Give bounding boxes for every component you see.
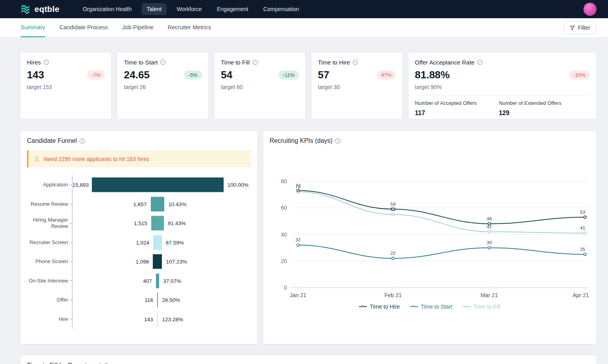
legend-item-time-to-hire[interactable]: Time to Hire — [359, 303, 400, 310]
data-point-time-to-hire[interactable] — [584, 216, 586, 218]
data-point-time-to-fill[interactable] — [584, 232, 586, 234]
accepted-offers-label: Number of Accepted Offers — [415, 100, 499, 106]
nav-item-engagement[interactable]: Engagement — [212, 3, 253, 15]
chart-legend: Time to HireTime to StartTime to Fill — [263, 303, 596, 310]
point-label: 48 — [487, 216, 492, 221]
funnel-value-label: 1,098 — [72, 259, 149, 265]
legend-label: Time to Start — [421, 303, 452, 310]
y-tick-label: 0 — [284, 284, 287, 291]
kpi-title-text: Time to Start — [124, 59, 158, 66]
kpi-card-time-to-start: Time to Start24.65-5%target 26 — [117, 52, 209, 119]
funnel-category-label: Hire — [27, 316, 68, 322]
funnel-bar[interactable] — [156, 273, 160, 288]
avatar[interactable] — [583, 3, 597, 16]
info-icon[interactable] — [477, 60, 483, 65]
extended-offers: Number of Extended Offers 129 — [499, 100, 583, 117]
info-icon[interactable] — [160, 60, 165, 65]
info-icon[interactable] — [353, 60, 358, 65]
kpi-value: 81.88% — [415, 69, 450, 81]
legend-item-time-to-start[interactable]: Time to Start — [410, 303, 452, 310]
tab-summary[interactable]: Summary — [21, 18, 45, 37]
nav-item-compensation[interactable]: Compensation — [258, 3, 304, 15]
funnel-plot: 1,65710.43% — [72, 195, 251, 214]
brand[interactable]: eqtble — [20, 4, 59, 15]
funnel-category-label: Hiring Manager Review — [27, 217, 68, 230]
funnel-pct-label: 123.28% — [162, 316, 183, 322]
funnel-pct-label: 10.43% — [168, 201, 186, 207]
funnel-bar[interactable] — [153, 254, 162, 269]
kpi-target: target 30 — [318, 84, 396, 90]
kpi-value-row: 54-11% — [221, 69, 299, 81]
warning-text: Need 2295 more applicants to hit 153 hir… — [44, 156, 149, 162]
y-tick-label: 20 — [281, 258, 287, 264]
funnel-bar[interactable] — [151, 197, 165, 211]
kpi-value-row: 81.88% -10% — [415, 69, 590, 81]
filter-button[interactable]: Filter — [564, 21, 596, 34]
funnel-pct-label: 28.50% — [162, 297, 180, 303]
x-tick-label: Apr 21 — [573, 292, 589, 298]
funnel-value-label: 1,024 — [72, 239, 149, 245]
funnel-plot: 15,893100.00% — [72, 175, 251, 195]
kpi-target: target 153 — [27, 84, 105, 90]
funnel-bar[interactable] — [153, 235, 162, 250]
funnel-value-label: 1,515 — [72, 220, 147, 226]
series-line-time-to-hire — [298, 191, 585, 224]
legend-item-time-to-fill[interactable]: Time to Fill — [463, 303, 500, 310]
funnel-category-label: Recruiter Screen — [27, 239, 68, 246]
nav-item-talent[interactable]: Talent — [142, 3, 167, 15]
recruiting-kpis-card: Recruiting KPIs (days) 020406080Jan 21Fe… — [263, 131, 597, 344]
data-point-time-to-fill[interactable] — [392, 213, 394, 216]
primary-nav: Organization HealthTalentWorkforceEngage… — [78, 0, 304, 18]
data-point-time-to-start[interactable] — [584, 253, 586, 256]
kpi-card-time-to-fill: Time to Fill54-11%target 60 — [214, 52, 306, 119]
data-point-time-to-start[interactable] — [297, 244, 299, 246]
funnel-pct-label: 100.00% — [228, 182, 249, 188]
accepted-offers: Number of Accepted Offers 117 — [415, 100, 499, 117]
nav-item-organization-health[interactable]: Organization Health — [78, 3, 137, 15]
data-point-time-to-hire[interactable] — [297, 189, 299, 191]
funnel-bar[interactable] — [157, 293, 158, 307]
point-label: 73 — [296, 183, 301, 188]
kpi-change-badge: 47% — [377, 70, 396, 80]
legend-marker-icon — [463, 305, 471, 309]
data-point-time-to-fill[interactable] — [488, 231, 490, 233]
funnel-bar[interactable] — [157, 312, 158, 326]
funnel-plot: 1,02467.59% — [72, 233, 251, 252]
info-icon[interactable] — [80, 138, 85, 144]
kpi-title-text: Time to Hire — [318, 59, 350, 66]
funnel-plot: 1,098107.23% — [72, 252, 251, 271]
funnel-bar[interactable] — [92, 178, 224, 192]
data-point-time-to-hire[interactable] — [392, 208, 394, 210]
tab-candidate-process[interactable]: Candidate Process — [59, 18, 108, 37]
tab-recruiter-metrics[interactable]: Recruiter Metrics — [168, 18, 211, 37]
funnel-plot: 143123.28% — [72, 310, 251, 329]
info-icon[interactable] — [44, 60, 49, 65]
kpi-target: target 26 — [124, 84, 202, 90]
y-tick-label: 80 — [281, 178, 287, 184]
info-icon[interactable] — [253, 60, 258, 65]
eqtble-logo-icon — [20, 4, 31, 15]
nav-item-workforce[interactable]: Workforce — [171, 3, 207, 15]
recruiting-kpis-chart: 020406080Jan 21Feb 21Mar 21Apr 217255424… — [270, 169, 591, 303]
tab-job-pipeline[interactable]: Job Pipeline — [122, 18, 154, 37]
kpi-card-offer-acceptance-rate: Offer Acceptance Rate 81.88% -10% target… — [408, 52, 597, 119]
kpi-target: target 90% — [415, 84, 590, 90]
kpi-target: target 60 — [221, 84, 299, 90]
funnel-pct-label: 107.23% — [166, 259, 187, 265]
funnel-category-label: Offer — [27, 297, 68, 303]
point-label: 30 — [487, 240, 492, 245]
funnel-plot: 1,51591.43% — [72, 214, 251, 233]
series-line-time-to-start — [298, 245, 585, 258]
funnel-bar[interactable] — [151, 216, 164, 231]
data-point-time-to-hire[interactable] — [488, 222, 490, 225]
kpi-title: Time to Start — [124, 59, 202, 66]
info-icon[interactable] — [335, 138, 340, 144]
point-label: 59 — [391, 202, 396, 207]
top-navbar: eqtble Organization HealthTalentWorkforc… — [0, 0, 608, 18]
kpi-value: 24.65 — [124, 69, 150, 81]
data-point-time-to-start[interactable] — [392, 257, 394, 260]
accepted-offers-value: 117 — [415, 110, 499, 117]
point-label: 32 — [296, 237, 301, 242]
funnel-value-label: 116 — [72, 297, 153, 303]
data-point-time-to-start[interactable] — [488, 246, 490, 249]
